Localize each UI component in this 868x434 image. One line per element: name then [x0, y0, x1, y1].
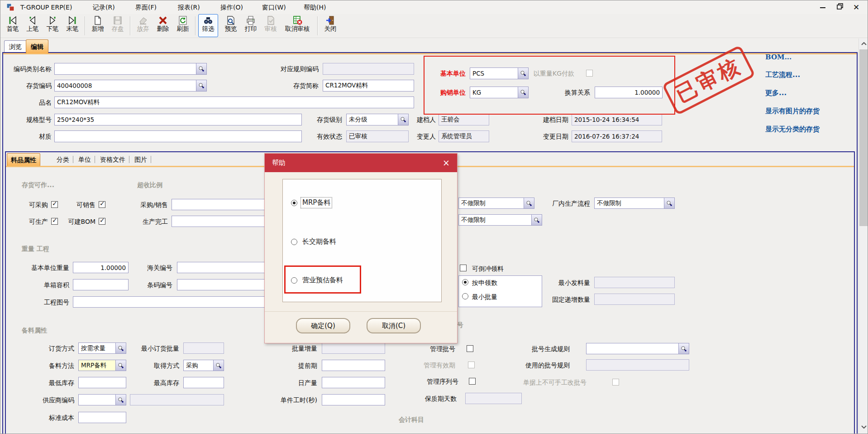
toolbar-refresh-button[interactable]: 刷新: [173, 14, 192, 37]
inventory-level-field[interactable]: 未分级: [346, 114, 409, 125]
menu-window[interactable]: 窗口(W): [259, 3, 289, 12]
factory-flow-field[interactable]: 不做限制: [594, 198, 675, 209]
toolbar-audit-button[interactable]: 审核: [261, 14, 280, 37]
lookup-icon[interactable]: [213, 360, 224, 371]
manage-batch-checkbox[interactable]: [467, 345, 473, 352]
link-show-with-images[interactable]: 显示有图片的存货: [765, 107, 820, 116]
no-manual-batch-checkbox[interactable]: [612, 379, 619, 386]
backflush-checkbox[interactable]: [460, 265, 467, 271]
subtab-item-attributes[interactable]: 料品属性: [7, 153, 40, 166]
mrp-option-label[interactable]: MRP备料: [301, 198, 332, 208]
toolbar-save-button[interactable]: 存盘: [108, 14, 127, 37]
batch-rule-field[interactable]: [586, 343, 689, 354]
lookup-icon[interactable]: [115, 343, 126, 353]
lookup-icon[interactable]: [524, 198, 534, 208]
scrollbar-down-icon[interactable]: [859, 422, 868, 432]
menu-record[interactable]: 记录(R): [90, 3, 118, 12]
rule-code-field[interactable]: [323, 63, 414, 75]
toolbar-delete-button[interactable]: 删除: [153, 14, 172, 37]
toolbar-print-button[interactable]: 打印: [241, 14, 260, 37]
limit-field-1[interactable]: 不做限制: [458, 198, 534, 209]
product-name-field[interactable]: CR12MOV精料: [54, 96, 414, 108]
subtab-image[interactable]: 图片: [131, 153, 151, 166]
link-show-unclassified[interactable]: 显示无分类的存货: [765, 125, 820, 134]
link-more[interactable]: 更多...: [765, 89, 787, 97]
lookup-icon[interactable]: [518, 87, 528, 98]
mrp-option-radio[interactable]: [291, 200, 297, 206]
link-bom[interactable]: BOM...: [765, 53, 792, 61]
can-bom-checkbox[interactable]: [99, 218, 105, 225]
restore-icon[interactable]: [833, 2, 847, 12]
lead-time-field[interactable]: [322, 360, 385, 371]
lookup-icon[interactable]: [196, 80, 206, 91]
inventory-code-field[interactable]: 400400008: [54, 80, 207, 92]
acquire-mode-field[interactable]: 采购: [183, 360, 224, 371]
max-stock-field[interactable]: [183, 377, 224, 388]
toolbar-next-button[interactable]: 下笔: [43, 14, 62, 37]
daily-output-field[interactable]: [322, 377, 385, 388]
minimize-icon[interactable]: [816, 2, 830, 12]
subtab-unit[interactable]: 单位: [75, 153, 95, 166]
can-sale-checkbox[interactable]: [99, 201, 105, 208]
toolbar-discard-button[interactable]: 放弃: [134, 14, 153, 37]
code-category-field[interactable]: [54, 63, 207, 75]
toolbar-prev-button[interactable]: 上笔: [23, 14, 42, 37]
tab-edit[interactable]: 编辑: [26, 39, 48, 53]
manage-expiry-checkbox[interactable]: [468, 362, 475, 368]
order-mode-field[interactable]: 按需求量: [78, 342, 126, 354]
link-process-flow[interactable]: 工艺流程...: [765, 71, 800, 79]
subtab-category[interactable]: 分类: [53, 153, 73, 166]
toolbar-first-button[interactable]: 首笔: [3, 14, 22, 37]
lookup-icon[interactable]: [678, 343, 689, 354]
lookup-icon[interactable]: [115, 395, 126, 405]
scrollbar-up-icon[interactable]: [859, 39, 868, 49]
base-weight-field[interactable]: 1.00000: [73, 262, 129, 273]
toolbar-cancel-audit-button[interactable]: 取消审核: [281, 14, 314, 37]
min-batch-radio[interactable]: [462, 293, 468, 299]
trade-unit-field[interactable]: KG: [470, 87, 529, 98]
manage-serial-checkbox[interactable]: [469, 378, 476, 385]
lookup-icon[interactable]: [531, 215, 542, 225]
dialog-ok-button[interactable]: 确定(Q): [296, 318, 350, 333]
menu-operation[interactable]: 操作(O): [218, 3, 246, 12]
by-application-radio[interactable]: [462, 279, 468, 285]
dialog-cancel-button[interactable]: 取消(C): [367, 318, 421, 333]
toolbar-close-button[interactable]: 关闭: [321, 14, 340, 37]
conversion-field[interactable]: 1.00000: [595, 87, 663, 98]
menu-interface[interactable]: 界面(F): [133, 3, 159, 12]
menu-report[interactable]: 报表(R): [175, 3, 203, 12]
box-volume-field[interactable]: [73, 279, 129, 290]
toolbar-last-button[interactable]: 末笔: [63, 14, 82, 37]
pay-by-kg-checkbox[interactable]: [586, 70, 593, 77]
business-forecast-option-label[interactable]: 营业预估备料: [301, 275, 344, 285]
close-icon[interactable]: ✕: [849, 2, 863, 12]
unit-hours-field[interactable]: [322, 394, 385, 405]
std-cost-field[interactable]: [78, 412, 126, 423]
toolbar-preview-button[interactable]: 预览: [221, 14, 240, 37]
subtab-qualification[interactable]: 资格文件: [96, 153, 129, 166]
limit-field-2[interactable]: 不做限制: [458, 214, 542, 226]
spec-field[interactable]: 250*240*35: [54, 114, 302, 125]
long-cycle-option-radio[interactable]: [291, 239, 297, 245]
inventory-abbr-field[interactable]: CR12MOV精料: [323, 80, 414, 92]
lookup-icon[interactable]: [664, 198, 674, 208]
toolbar-filter-button[interactable]: 筛选: [199, 14, 218, 37]
long-cycle-option-label[interactable]: 长交期备料: [301, 236, 338, 247]
can-produce-checkbox[interactable]: [51, 218, 58, 225]
tab-browse[interactable]: 浏览: [4, 40, 27, 53]
menu-help[interactable]: 帮助(H): [301, 3, 329, 12]
menu-app-title[interactable]: T-GROUP ERP(E): [18, 3, 75, 12]
supplier-code-field[interactable]: [78, 394, 126, 405]
can-purchase-checkbox[interactable]: [51, 201, 58, 208]
toolbar-new-button[interactable]: 新增: [88, 14, 107, 37]
dialog-close-icon[interactable]: ×: [441, 157, 452, 168]
lookup-icon[interactable]: [196, 63, 206, 74]
scrollbar-thumb[interactable]: [859, 49, 868, 226]
lookup-icon[interactable]: [518, 68, 528, 79]
prep-method-field[interactable]: MRP备料: [78, 360, 126, 371]
lookup-icon[interactable]: [115, 360, 126, 371]
business-forecast-option-radio[interactable]: [291, 277, 297, 284]
min-stock-field[interactable]: [78, 377, 126, 388]
base-unit-field[interactable]: PCS: [470, 68, 529, 79]
material-field[interactable]: [54, 130, 302, 142]
